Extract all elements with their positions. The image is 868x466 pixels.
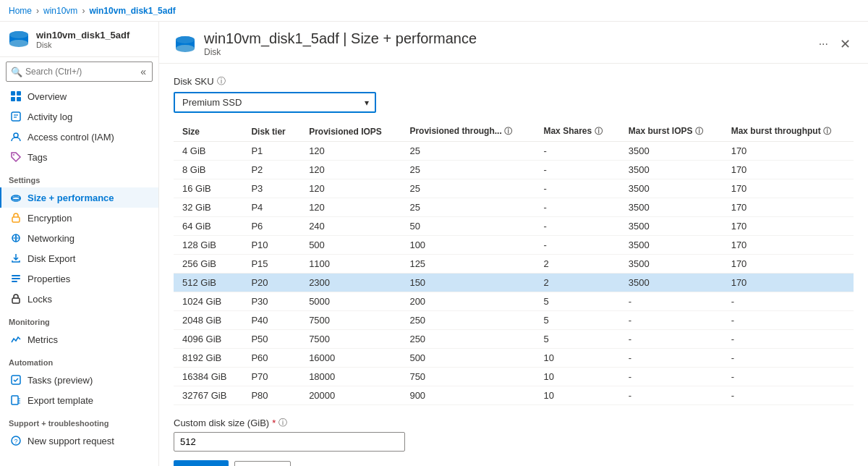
nav-item-new-support[interactable]: ? New support request	[0, 431, 158, 451]
close-button[interactable]: ✕	[837, 33, 854, 55]
networking-icon	[10, 232, 22, 244]
breadcrumb-disk[interactable]: win10vm_disk1_5adf	[89, 6, 175, 16]
svg-rect-25	[12, 396, 18, 404]
cell-iops: 500	[300, 236, 401, 255]
nav-item-encryption[interactable]: Encryption	[0, 208, 158, 228]
disk-sku-info-icon[interactable]: ⓘ	[217, 75, 226, 88]
cell-iops: 120	[300, 179, 401, 198]
cell-tier: P2	[242, 161, 300, 179]
custom-size-info-icon[interactable]: ⓘ	[278, 417, 287, 429]
table-row[interactable]: 32 GiB P4 120 25 - 3500 170	[174, 198, 854, 217]
nav-item-networking[interactable]: Networking	[0, 228, 158, 248]
burst-throughput-info-icon[interactable]: ⓘ	[823, 127, 831, 135]
table-row[interactable]: 16384 GiB P70 18000 750 10 - -	[174, 368, 854, 386]
nav-item-export-template[interactable]: Export template	[0, 390, 158, 410]
nav-item-overview[interactable]: Overview	[0, 86, 158, 106]
cell-size: 128 GiB	[174, 236, 242, 255]
overview-icon	[10, 90, 22, 102]
size-performance-icon	[10, 192, 22, 203]
table-row[interactable]: 1024 GiB P30 5000 200 5 - -	[174, 292, 854, 311]
cell-burst-throughput: 170	[723, 142, 854, 161]
cell-max-shares: 5	[535, 311, 619, 330]
cell-throughput: 25	[401, 161, 535, 179]
table-row[interactable]: 256 GiB P15 1100 125 2 3500 170	[174, 255, 854, 274]
cell-throughput: 25	[401, 198, 535, 217]
cell-burst-throughput: -	[723, 292, 854, 311]
cell-throughput: 100	[401, 236, 535, 255]
cell-iops: 120	[300, 198, 401, 217]
table-row[interactable]: 512 GiB P20 2300 150 2 3500 170	[174, 274, 854, 292]
table-row[interactable]: 2048 GiB P40 7500 250 5 - -	[174, 311, 854, 330]
cell-throughput: 50	[401, 217, 535, 236]
cell-iops: 240	[300, 217, 401, 236]
cell-burst-iops: -	[620, 311, 723, 330]
cell-tier: P4	[242, 198, 300, 217]
search-icon: 🔍	[11, 67, 22, 77]
table-row[interactable]: 32767 GiB P80 20000 900 10 - -	[174, 386, 854, 405]
nav-item-disk-export[interactable]: Disk Export	[0, 248, 158, 268]
main-content: win10vm_disk1_5adf | Size + performance …	[159, 22, 868, 466]
nav-item-overview-label: Overview	[27, 91, 67, 102]
nav-item-encryption-label: Encryption	[27, 213, 72, 224]
cell-throughput: 25	[401, 179, 535, 198]
cell-tier: P20	[242, 274, 300, 292]
burst-iops-info-icon[interactable]: ⓘ	[695, 127, 703, 135]
sidebar: win10vm_disk1_5adf Disk 🔍 « Overview Act…	[0, 22, 159, 466]
nav-item-activity-log-label: Activity log	[27, 111, 72, 122]
nav-item-activity-log[interactable]: Activity log	[0, 106, 158, 127]
svg-rect-21	[12, 278, 20, 279]
nav-item-properties[interactable]: Properties	[0, 268, 158, 289]
more-options-button[interactable]: ···	[816, 33, 831, 55]
max-shares-info-icon[interactable]: ⓘ	[595, 127, 603, 135]
cell-tier: P60	[242, 349, 300, 368]
table-row[interactable]: 4096 GiB P50 7500 250 5 - -	[174, 330, 854, 349]
nav-item-metrics[interactable]: Metrics	[0, 329, 158, 350]
table-row[interactable]: 16 GiB P3 120 25 - 3500 170	[174, 179, 854, 198]
throughput-info-icon[interactable]: ⓘ	[504, 127, 512, 135]
table-row[interactable]: 8192 GiB P60 16000 500 10 - -	[174, 349, 854, 368]
table-row[interactable]: 4 GiB P1 120 25 - 3500 170	[174, 142, 854, 161]
breadcrumb-vm[interactable]: win10vm	[43, 6, 77, 16]
cell-burst-iops: 3500	[620, 236, 723, 255]
cell-iops: 18000	[300, 368, 401, 386]
table-row[interactable]: 8 GiB P2 120 25 - 3500 170	[174, 161, 854, 179]
cell-size: 2048 GiB	[174, 311, 242, 330]
svg-point-31	[176, 36, 195, 43]
svg-point-3	[9, 31, 28, 38]
discard-button[interactable]: Discard	[234, 461, 291, 466]
cell-burst-throughput: 170	[723, 236, 854, 255]
cell-max-shares: 10	[535, 386, 619, 405]
collapse-sidebar-button[interactable]: «	[139, 64, 148, 79]
search-input-wrap[interactable]: 🔍 «	[6, 62, 153, 82]
tags-icon	[10, 151, 22, 163]
cell-max-shares: -	[535, 142, 619, 161]
cell-tier: P1	[242, 142, 300, 161]
nav-item-size-performance[interactable]: Size + performance	[0, 187, 158, 208]
nav-item-tasks[interactable]: Tasks (preview)	[0, 370, 158, 390]
activity-log-icon	[10, 111, 22, 122]
cell-burst-iops: 3500	[620, 274, 723, 292]
breadcrumb-home[interactable]: Home	[9, 6, 32, 16]
table-row[interactable]: 64 GiB P6 240 50 - 3500 170	[174, 217, 854, 236]
search-input[interactable]	[25, 67, 112, 77]
nav-item-export-template-label: Export template	[27, 395, 93, 406]
cell-tier: P40	[242, 311, 300, 330]
support-section-label: Support + troubleshooting	[0, 410, 158, 431]
cell-size: 8 GiB	[174, 161, 242, 179]
cell-throughput: 125	[401, 255, 535, 274]
nav-item-new-support-label: New support request	[27, 436, 114, 446]
disk-sku-dropdown[interactable]: Premium SSD Standard SSD Standard HDD Ul…	[174, 92, 376, 113]
resource-type-label: Disk	[204, 47, 809, 57]
disk-sku-label: Disk SKU ⓘ	[174, 75, 854, 88]
cell-size: 32767 GiB	[174, 386, 242, 405]
nav-item-locks[interactable]: Locks	[0, 289, 158, 309]
cell-max-shares: -	[535, 179, 619, 198]
resize-button[interactable]: Resize	[174, 460, 229, 466]
cell-throughput: 250	[401, 330, 535, 349]
table-row[interactable]: 128 GiB P10 500 100 - 3500 170	[174, 236, 854, 255]
cell-tier: P30	[242, 292, 300, 311]
metrics-icon	[10, 334, 22, 345]
custom-size-input[interactable]	[174, 432, 405, 452]
nav-item-tags[interactable]: Tags	[0, 147, 158, 167]
nav-item-access-control[interactable]: Access control (IAM)	[0, 127, 158, 147]
